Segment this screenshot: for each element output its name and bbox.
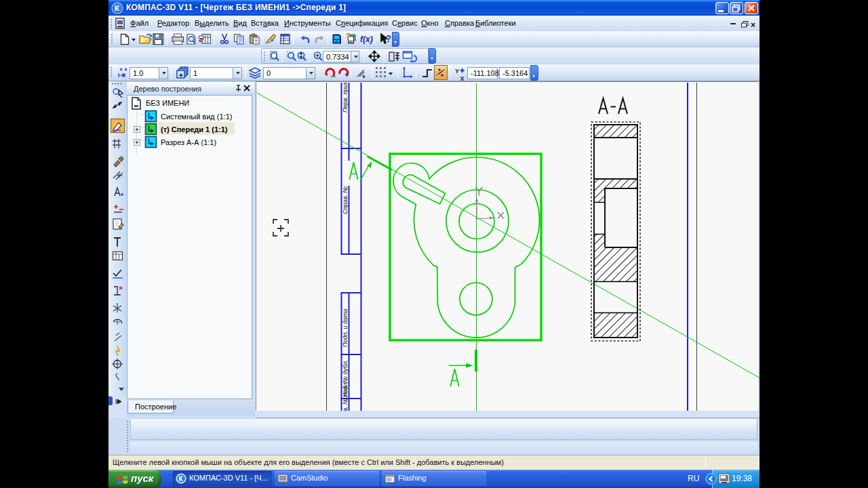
svg-text:К: К: [179, 475, 184, 483]
svg-text:К: К: [115, 4, 119, 12]
svg-text:Подп. и дата: Подп. и дата: [342, 309, 349, 347]
svg-text:Перв. прим.: Перв. прим.: [342, 83, 349, 113]
svg-text:?: ?: [386, 33, 392, 44]
svg-text:(т) Спереди 1 (1:1): (т) Спереди 1 (1:1): [161, 125, 228, 134]
svg-text:Инв. № подл.: Инв. № подл.: [342, 381, 349, 411]
svg-text:БЕЗ ИМЕНИ: БЕЗ ИМЕНИ: [146, 99, 189, 107]
svg-text:Разрез А-А (1:1): Разрез А-А (1:1): [161, 138, 216, 146]
svg-text:Справ. №: Справ. №: [342, 186, 349, 214]
svg-text:?: ?: [346, 33, 351, 40]
svg-text:Системный вид (1:1): Системный вид (1:1): [161, 113, 232, 121]
